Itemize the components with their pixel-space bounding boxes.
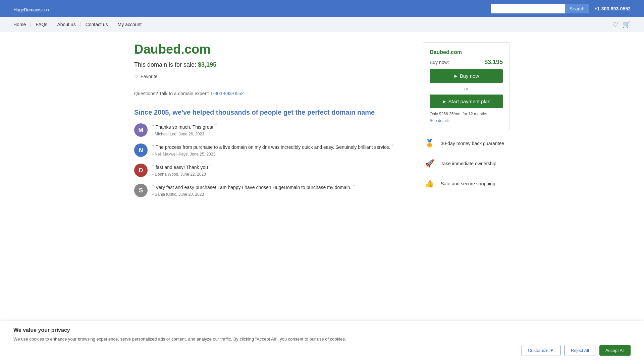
nav-about-us[interactable]: About us bbox=[52, 22, 80, 27]
sidebar: Daubed.com Buy now: $3,195 ► Buy now or … bbox=[423, 42, 510, 197]
nav-links: Home FAQs About us Contact us My account bbox=[13, 17, 146, 32]
nav-icons: ♡ 🛒 bbox=[612, 20, 631, 28]
review-text: “ Thanks so much. This great ” bbox=[152, 123, 217, 130]
nav-contact-us[interactable]: Contact us bbox=[81, 22, 113, 27]
review-item: M “ Thanks so much. This great ” - Micha… bbox=[134, 123, 409, 137]
nav-faqs[interactable]: FAQs bbox=[31, 22, 52, 27]
trust-item-2: 🚀 Take immediate ownership bbox=[423, 157, 510, 170]
money-back-label: 30-day money back guarantee bbox=[441, 141, 504, 146]
heart-icon: ♡ bbox=[134, 74, 139, 79]
buy-now-button[interactable]: ► Buy now bbox=[430, 69, 503, 83]
avatar: N bbox=[134, 143, 148, 157]
cart-icon[interactable]: 🛒 bbox=[622, 20, 631, 28]
questions-phone[interactable]: 1-303-893-0552 bbox=[210, 91, 244, 96]
content-area: Daubed.com This domain is for sale: $3,1… bbox=[134, 42, 409, 204]
trust-item-1: 🏅 30-day money back guarantee bbox=[423, 137, 510, 150]
payment-info: Only $266.25/mo. for 12 months bbox=[430, 112, 503, 116]
avatar: M bbox=[134, 123, 148, 137]
divider-2 bbox=[134, 103, 409, 103]
avatar: S bbox=[134, 184, 148, 197]
secure-label: Safe and secure shopping bbox=[441, 181, 495, 186]
logo-text: HugeDomains bbox=[13, 7, 41, 12]
review-item: N “ The process from purchase to a live … bbox=[134, 143, 409, 157]
main-content: Daubed.com This domain is for sale: $3,1… bbox=[121, 42, 523, 204]
search-box: Search bbox=[491, 4, 589, 13]
review-text: “ fast and easy! Thank you ” bbox=[152, 164, 211, 171]
sidebar-domain: Daubed.com bbox=[430, 49, 503, 55]
review-author: - Sanja Krstic, June 20, 2023 bbox=[152, 192, 355, 197]
avatar: D bbox=[134, 164, 148, 177]
divider-1 bbox=[134, 86, 409, 86]
favorites-icon[interactable]: ♡ bbox=[612, 20, 618, 28]
or-text: or bbox=[430, 86, 503, 91]
sidebar-card: Daubed.com Buy now: $3,195 ► Buy now or … bbox=[423, 42, 510, 130]
for-sale-text: This domain is for sale: $3,195 bbox=[134, 61, 409, 68]
review-item: D “ fast and easy! Thank you ” - Donna W… bbox=[134, 164, 409, 177]
domain-price: $3,195 bbox=[198, 61, 216, 68]
review-item: S “ Very fast and easy purchase! I am ha… bbox=[134, 184, 409, 197]
logo[interactable]: HugeDomains.com bbox=[13, 3, 50, 14]
payment-plan-button[interactable]: ► Start payment plan bbox=[430, 95, 503, 108]
nav-my-account[interactable]: My account bbox=[113, 22, 147, 27]
search-button[interactable]: Search bbox=[565, 4, 589, 13]
phone-number: +1-303-893-0552 bbox=[594, 6, 631, 11]
secure-icon: 👍 bbox=[423, 177, 436, 190]
money-back-icon: 🏅 bbox=[423, 137, 436, 150]
logo-tld: .com bbox=[41, 7, 50, 12]
review-text: “ Very fast and easy purchase! I am happ… bbox=[152, 184, 355, 191]
nav-home[interactable]: Home bbox=[13, 22, 31, 27]
see-details-link[interactable]: See details bbox=[430, 118, 449, 123]
review-author: - Donna Wood, June 22, 2023 bbox=[152, 172, 211, 177]
favorite-button[interactable]: ♡ Favorite bbox=[134, 74, 158, 79]
review-author: - Michael Lee, June 26, 2023 bbox=[152, 132, 217, 136]
since-text: Since 2005, we've helped thousands of pe… bbox=[134, 108, 409, 117]
reviews-list: M “ Thanks so much. This great ” - Micha… bbox=[134, 123, 409, 197]
trust-features: 🏅 30-day money back guarantee 🚀 Take imm… bbox=[423, 137, 510, 190]
ownership-icon: 🚀 bbox=[423, 157, 436, 170]
buy-now-row: Buy now: $3,195 bbox=[430, 59, 503, 66]
header: HugeDomains.com Search +1-303-893-0552 bbox=[0, 0, 644, 17]
search-input[interactable] bbox=[491, 4, 565, 13]
review-text: “ The process from purchase to a live do… bbox=[152, 143, 394, 150]
questions-text: Questions? Talk to a domain expert: 1-30… bbox=[134, 91, 409, 96]
header-right: Search +1-303-893-0552 bbox=[491, 4, 631, 13]
buy-now-label: Buy now: bbox=[430, 60, 449, 65]
sidebar-price: $3,195 bbox=[484, 59, 503, 66]
nav: Home FAQs About us Contact us My account… bbox=[0, 17, 644, 32]
review-author: - Neil Maxwell-Keys, June 25, 2023 bbox=[152, 152, 394, 157]
trust-item-3: 👍 Safe and secure shopping bbox=[423, 177, 510, 190]
ownership-label: Take immediate ownership bbox=[441, 161, 496, 166]
domain-title: Daubed.com bbox=[134, 42, 409, 57]
